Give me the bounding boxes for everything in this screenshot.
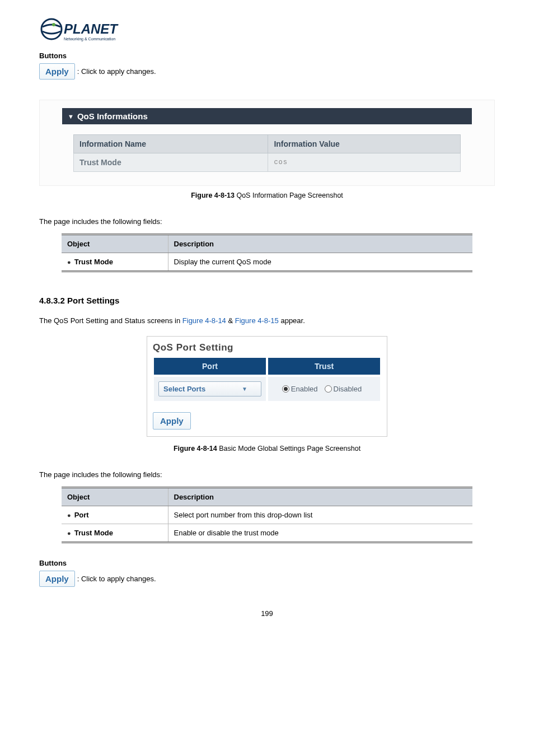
- figure-caption-2: Figure 4-8-14 Basic Mode Global Settings…: [39, 445, 495, 452]
- apply-description: : Click to apply changes.: [77, 67, 156, 76]
- subsection-heading: 4.8.3.2 Port Settings: [39, 296, 495, 305]
- apply-button[interactable]: Apply: [39, 571, 75, 587]
- col-info-name: Information Name: [74, 135, 268, 153]
- cell-trust-mode-label: Trust Mode: [74, 153, 268, 172]
- panel-header[interactable]: ▼ QoS Informations: [62, 108, 472, 124]
- planet-logo-icon: PLANET Networking & Communication: [39, 17, 134, 47]
- fields-intro-2: The page includes the following fields:: [39, 470, 495, 479]
- page-number: 199: [39, 609, 495, 618]
- apply-button[interactable]: Apply: [153, 412, 191, 430]
- figure-link-1[interactable]: Figure 4-8-14: [182, 316, 226, 325]
- qos-port-setting-panel: QoS Port Setting Port Trust Select Ports…: [147, 336, 387, 437]
- chevron-down-icon: ▼: [242, 386, 247, 392]
- chevron-down-icon: ▼: [68, 113, 74, 120]
- th-trust: Trust: [267, 357, 381, 376]
- description-table-1: Object Description ●Trust Mode Display t…: [62, 234, 472, 272]
- apply-button[interactable]: Apply: [39, 63, 75, 80]
- th-description: Description: [168, 488, 472, 506]
- radio-disabled[interactable]: Disabled: [325, 385, 362, 393]
- figure-caption-1: Figure 4-8-13 QoS Information Page Scree…: [39, 192, 495, 199]
- brand-logo: PLANET Networking & Communication: [39, 17, 495, 47]
- th-description: Description: [168, 235, 472, 253]
- buttons-heading: Buttons: [39, 559, 495, 567]
- svg-point-0: [41, 19, 62, 39]
- apply-description: : Click to apply changes.: [77, 575, 156, 583]
- cell-trust-radio: Enabled Disabled: [267, 376, 381, 402]
- svg-text:Networking & Communication: Networking & Communication: [64, 37, 115, 41]
- qos-info-panel: ▼ QoS Informations Information Name Info…: [39, 100, 495, 186]
- fields-intro-1: The page includes the following fields:: [39, 217, 495, 226]
- td-description: Enable or disable the trust mode: [168, 524, 472, 543]
- select-ports-dropdown[interactable]: Select Ports ▼: [158, 381, 261, 396]
- qos-info-table: Information Name Information Value Trust…: [73, 134, 461, 172]
- radio-enabled[interactable]: Enabled: [282, 385, 318, 393]
- description-table-2: Object Description ●Port Select port num…: [62, 487, 472, 543]
- td-description: Display the current QoS mode: [168, 253, 472, 272]
- svg-text:PLANET: PLANET: [64, 21, 119, 36]
- col-info-value: Information Value: [268, 135, 461, 153]
- intro-figures: The QoS Port Setting and Status screens …: [39, 316, 495, 325]
- td-description: Select port number from this drop-down l…: [168, 506, 472, 524]
- radio-icon: [325, 385, 332, 393]
- panel-title: QoS Informations: [77, 111, 148, 121]
- cell-port-select: Select Ports ▼: [153, 376, 267, 402]
- td-object: ●Port: [62, 506, 168, 524]
- svg-point-1: [52, 23, 55, 26]
- radio-icon: [282, 385, 289, 393]
- buttons-heading: Buttons: [39, 52, 495, 60]
- td-object: ●Trust Mode: [62, 524, 168, 543]
- td-object: ●Trust Mode: [62, 253, 168, 272]
- th-object: Object: [62, 488, 168, 506]
- qos-port-title: QoS Port Setting: [153, 342, 381, 353]
- th-object: Object: [62, 235, 168, 253]
- qos-port-table: Port Trust Select Ports ▼ Enabled: [153, 357, 381, 402]
- figure-link-2[interactable]: Figure 4-8-15: [235, 316, 279, 325]
- cell-trust-mode-value: cos: [268, 153, 461, 172]
- th-port: Port: [153, 357, 267, 376]
